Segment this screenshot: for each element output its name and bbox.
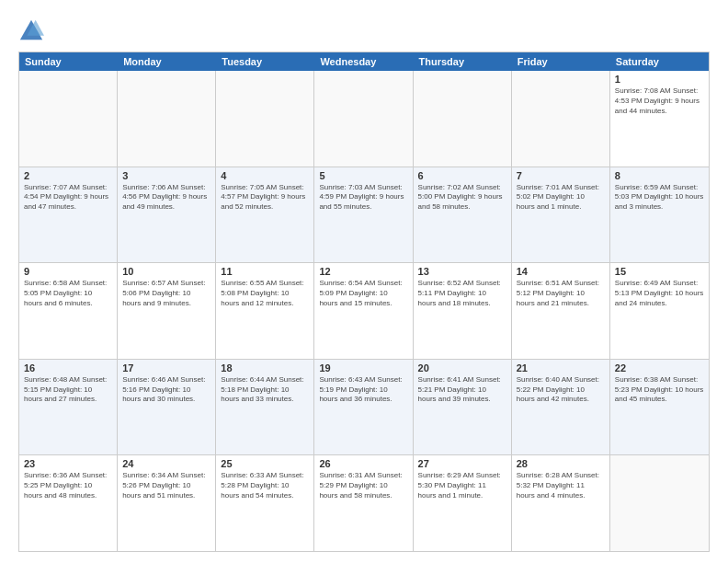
day-info: Sunrise: 6:55 AM Sunset: 5:08 PM Dayligh… — [221, 279, 309, 308]
day-number: 15 — [615, 266, 704, 277]
day-info: Sunrise: 7:03 AM Sunset: 4:59 PM Dayligh… — [319, 183, 407, 213]
calendar-cell-1-6: 8Sunrise: 6:59 AM Sunset: 5:03 PM Daylig… — [610, 167, 709, 263]
day-number: 27 — [418, 458, 506, 469]
weekday-header-sunday: Sunday — [19, 52, 118, 71]
day-number: 21 — [517, 362, 605, 373]
weekday-header-saturday: Saturday — [610, 52, 709, 71]
calendar-cell-4-1: 24Sunrise: 6:34 AM Sunset: 5:26 PM Dayli… — [118, 455, 216, 551]
day-info: Sunrise: 6:58 AM Sunset: 5:05 PM Dayligh… — [24, 279, 112, 308]
calendar-cell-1-4: 6Sunrise: 7:02 AM Sunset: 5:00 PM Daylig… — [414, 167, 512, 263]
day-number: 2 — [24, 170, 112, 181]
weekday-header-wednesday: Wednesday — [314, 52, 413, 71]
calendar-row-2: 9Sunrise: 6:58 AM Sunset: 5:05 PM Daylig… — [19, 263, 709, 360]
day-info: Sunrise: 6:57 AM Sunset: 5:06 PM Dayligh… — [122, 279, 210, 308]
day-info: Sunrise: 6:40 AM Sunset: 5:22 PM Dayligh… — [517, 375, 605, 405]
day-info: Sunrise: 6:51 AM Sunset: 5:12 PM Dayligh… — [517, 279, 605, 308]
calendar-cell-2-0: 9Sunrise: 6:58 AM Sunset: 5:05 PM Daylig… — [19, 263, 118, 359]
day-info: Sunrise: 6:49 AM Sunset: 5:13 PM Dayligh… — [615, 279, 704, 308]
calendar-cell-4-4: 27Sunrise: 6:29 AM Sunset: 5:30 PM Dayli… — [414, 455, 512, 551]
weekday-header-tuesday: Tuesday — [216, 52, 314, 71]
day-number: 14 — [517, 266, 605, 277]
calendar-cell-4-5: 28Sunrise: 6:28 AM Sunset: 5:32 PM Dayli… — [512, 455, 610, 551]
day-info: Sunrise: 6:46 AM Sunset: 5:16 PM Dayligh… — [122, 375, 210, 405]
calendar-cell-0-3 — [314, 71, 413, 167]
calendar-cell-3-6: 22Sunrise: 6:38 AM Sunset: 5:23 PM Dayli… — [610, 360, 709, 455]
day-number: 22 — [615, 362, 704, 373]
day-info: Sunrise: 6:29 AM Sunset: 5:30 PM Dayligh… — [418, 471, 506, 500]
calendar-row-1: 2Sunrise: 7:07 AM Sunset: 4:54 PM Daylig… — [19, 167, 709, 264]
calendar-cell-4-2: 25Sunrise: 6:33 AM Sunset: 5:28 PM Dayli… — [216, 455, 314, 551]
day-number: 9 — [24, 266, 112, 277]
day-info: Sunrise: 6:43 AM Sunset: 5:19 PM Dayligh… — [319, 375, 407, 405]
weekday-header-thursday: Thursday — [414, 52, 512, 71]
calendar-cell-2-4: 13Sunrise: 6:52 AM Sunset: 5:11 PM Dayli… — [414, 263, 512, 359]
day-number: 24 — [122, 458, 210, 469]
calendar-cell-4-3: 26Sunrise: 6:31 AM Sunset: 5:29 PM Dayli… — [314, 455, 413, 551]
day-number: 7 — [517, 170, 605, 181]
day-info: Sunrise: 7:06 AM Sunset: 4:56 PM Dayligh… — [122, 183, 210, 213]
day-info: Sunrise: 6:31 AM Sunset: 5:29 PM Dayligh… — [319, 471, 407, 500]
calendar-row-4: 23Sunrise: 6:36 AM Sunset: 5:25 PM Dayli… — [19, 455, 709, 551]
calendar-cell-0-6: 1Sunrise: 7:08 AM Sunset: 4:53 PM Daylig… — [610, 71, 709, 167]
day-number: 23 — [24, 458, 112, 469]
calendar-row-3: 16Sunrise: 6:48 AM Sunset: 5:15 PM Dayli… — [19, 360, 709, 456]
calendar-cell-4-0: 23Sunrise: 6:36 AM Sunset: 5:25 PM Dayli… — [19, 455, 118, 551]
day-info: Sunrise: 6:54 AM Sunset: 5:09 PM Dayligh… — [319, 279, 407, 308]
calendar-cell-2-5: 14Sunrise: 6:51 AM Sunset: 5:12 PM Dayli… — [512, 263, 610, 359]
calendar-cell-0-4 — [414, 71, 512, 167]
day-info: Sunrise: 6:38 AM Sunset: 5:23 PM Dayligh… — [615, 375, 704, 405]
logo-icon — [18, 18, 44, 44]
weekday-header-friday: Friday — [512, 52, 610, 71]
calendar-cell-1-1: 3Sunrise: 7:06 AM Sunset: 4:56 PM Daylig… — [118, 167, 216, 263]
calendar-body: 1Sunrise: 7:08 AM Sunset: 4:53 PM Daylig… — [19, 71, 709, 551]
day-info: Sunrise: 6:48 AM Sunset: 5:15 PM Dayligh… — [24, 375, 112, 405]
calendar-cell-3-2: 18Sunrise: 6:44 AM Sunset: 5:18 PM Dayli… — [216, 360, 314, 455]
day-number: 4 — [221, 170, 309, 181]
calendar-cell-3-3: 19Sunrise: 6:43 AM Sunset: 5:19 PM Dayli… — [314, 360, 413, 455]
calendar-cell-1-5: 7Sunrise: 7:01 AM Sunset: 5:02 PM Daylig… — [512, 167, 610, 263]
calendar-cell-3-4: 20Sunrise: 6:41 AM Sunset: 5:21 PM Dayli… — [414, 360, 512, 455]
day-info: Sunrise: 6:59 AM Sunset: 5:03 PM Dayligh… — [615, 183, 704, 213]
day-number: 12 — [319, 266, 407, 277]
day-info: Sunrise: 6:34 AM Sunset: 5:26 PM Dayligh… — [122, 471, 210, 500]
calendar-cell-2-2: 11Sunrise: 6:55 AM Sunset: 5:08 PM Dayli… — [216, 263, 314, 359]
day-number: 25 — [221, 458, 309, 469]
day-number: 20 — [418, 362, 506, 373]
calendar-cell-1-2: 4Sunrise: 7:05 AM Sunset: 4:57 PM Daylig… — [216, 167, 314, 263]
calendar-cell-2-3: 12Sunrise: 6:54 AM Sunset: 5:09 PM Dayli… — [314, 263, 413, 359]
day-info: Sunrise: 7:05 AM Sunset: 4:57 PM Dayligh… — [221, 183, 309, 213]
calendar-cell-1-0: 2Sunrise: 7:07 AM Sunset: 4:54 PM Daylig… — [19, 167, 118, 263]
day-info: Sunrise: 7:07 AM Sunset: 4:54 PM Dayligh… — [24, 183, 112, 213]
day-number: 16 — [24, 362, 112, 373]
day-number: 5 — [319, 170, 407, 181]
day-number: 17 — [122, 362, 210, 373]
day-number: 28 — [517, 458, 605, 469]
day-number: 1 — [615, 74, 704, 85]
calendar-cell-0-1 — [118, 71, 216, 167]
calendar-cell-1-3: 5Sunrise: 7:03 AM Sunset: 4:59 PM Daylig… — [314, 167, 413, 263]
day-number: 19 — [319, 362, 407, 373]
page: SundayMondayTuesdayWednesdayThursdayFrid… — [0, 0, 728, 563]
day-number: 18 — [221, 362, 309, 373]
day-info: Sunrise: 6:33 AM Sunset: 5:28 PM Dayligh… — [221, 471, 309, 500]
logo — [18, 18, 48, 44]
day-number: 11 — [221, 266, 309, 277]
day-info: Sunrise: 6:28 AM Sunset: 5:32 PM Dayligh… — [517, 471, 605, 500]
calendar-header: SundayMondayTuesdayWednesdayThursdayFrid… — [19, 52, 709, 71]
day-info: Sunrise: 7:01 AM Sunset: 5:02 PM Dayligh… — [517, 183, 605, 213]
calendar-cell-0-5 — [512, 71, 610, 167]
day-info: Sunrise: 6:52 AM Sunset: 5:11 PM Dayligh… — [418, 279, 506, 308]
day-info: Sunrise: 6:41 AM Sunset: 5:21 PM Dayligh… — [418, 375, 506, 405]
calendar-cell-3-0: 16Sunrise: 6:48 AM Sunset: 5:15 PM Dayli… — [19, 360, 118, 455]
calendar-cell-3-5: 21Sunrise: 6:40 AM Sunset: 5:22 PM Dayli… — [512, 360, 610, 455]
day-info: Sunrise: 6:44 AM Sunset: 5:18 PM Dayligh… — [221, 375, 309, 405]
calendar-cell-2-6: 15Sunrise: 6:49 AM Sunset: 5:13 PM Dayli… — [610, 263, 709, 359]
calendar: SundayMondayTuesdayWednesdayThursdayFrid… — [18, 52, 710, 552]
day-number: 26 — [319, 458, 407, 469]
calendar-cell-3-1: 17Sunrise: 6:46 AM Sunset: 5:16 PM Dayli… — [118, 360, 216, 455]
header — [18, 15, 710, 44]
day-number: 3 — [122, 170, 210, 181]
calendar-cell-2-1: 10Sunrise: 6:57 AM Sunset: 5:06 PM Dayli… — [118, 263, 216, 359]
calendar-cell-0-2 — [216, 71, 314, 167]
day-number: 13 — [418, 266, 506, 277]
